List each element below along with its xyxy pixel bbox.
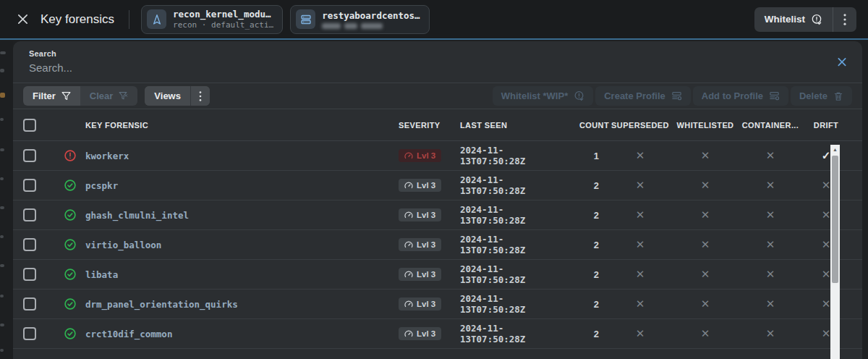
table-toolbar: Filter Clear Views Whitelist *WIP* bbox=[13, 83, 862, 109]
cell-container: ✕ bbox=[739, 238, 801, 251]
background-page-fragment bbox=[0, 93, 5, 98]
row-checkbox[interactable] bbox=[23, 238, 36, 251]
cell-drift: ✕ bbox=[801, 179, 851, 192]
add-to-profile-button[interactable]: Add to Profile bbox=[693, 86, 788, 106]
severity-badge: Lvl 3 bbox=[399, 268, 441, 281]
badge-alert-icon bbox=[811, 14, 822, 25]
cell-drift: ✕ bbox=[801, 238, 851, 251]
cell-container: ✕ bbox=[739, 179, 801, 192]
clear-filter-label: Clear bbox=[90, 90, 114, 101]
cell-superseded: ✕ bbox=[609, 327, 671, 340]
delete-button[interactable]: Delete bbox=[791, 86, 852, 106]
row-checkbox[interactable] bbox=[23, 297, 36, 311]
row-status bbox=[64, 179, 77, 192]
row-name-link[interactable]: virtio_balloon bbox=[85, 240, 161, 250]
chip-title: restyaboardcentos… bbox=[322, 10, 420, 21]
cell-superseded: ✕ bbox=[609, 297, 671, 311]
cell-container: ✕ bbox=[739, 208, 801, 221]
column-header-superseded[interactable]: SUPERSEDED bbox=[609, 121, 671, 130]
row-status bbox=[64, 238, 77, 251]
row-name-link[interactable]: libata bbox=[85, 269, 118, 280]
count: 2 bbox=[563, 240, 609, 250]
row-name-link[interactable]: ghash_clmulni_intel bbox=[85, 210, 189, 221]
cell-superseded: ✕ bbox=[609, 208, 671, 221]
gauge-icon bbox=[404, 181, 413, 190]
column-header-severity[interactable]: SEVERITY bbox=[399, 121, 460, 130]
filter-button[interactable]: Filter bbox=[23, 86, 80, 106]
column-header-drift[interactable]: DRIFT bbox=[801, 121, 851, 130]
kebab-icon bbox=[843, 14, 846, 25]
search-input[interactable] bbox=[29, 62, 765, 74]
row-checkbox[interactable] bbox=[23, 149, 36, 162]
add-to-profile-label: Add to Profile bbox=[702, 90, 763, 101]
severity-label: Lvl 3 bbox=[417, 151, 435, 160]
column-header-key-forensic[interactable]: KEY FORENSIC bbox=[85, 121, 399, 130]
table-row: drm_panel_orientation_quirks Lvl 3 2024-… bbox=[13, 290, 862, 319]
column-header-container[interactable]: CONTAINER... bbox=[739, 121, 801, 130]
row-status bbox=[64, 297, 77, 311]
gauge-icon bbox=[404, 240, 413, 249]
row-name-link[interactable]: pcspkr bbox=[85, 180, 118, 191]
cell-superseded: ✕ bbox=[609, 179, 671, 192]
gauge-icon bbox=[404, 211, 413, 219]
select-all-checkbox[interactable] bbox=[23, 119, 36, 132]
cell-drift: ✕ bbox=[801, 208, 851, 221]
scrollbar-up-arrow-icon[interactable]: ▲ bbox=[830, 145, 840, 154]
last-seen: 2024-11-13T07:50:28Z bbox=[460, 263, 563, 285]
cell-container: ✕ bbox=[739, 268, 801, 281]
row-status bbox=[64, 208, 77, 221]
title-divider bbox=[129, 10, 129, 29]
severity-label: Lvl 3 bbox=[417, 181, 435, 190]
views-button-group: Views bbox=[145, 86, 210, 106]
clear-search-button[interactable] bbox=[836, 56, 848, 69]
chip-host[interactable]: restyaboardcentos… bbox=[290, 5, 429, 34]
cell-whitelisted: ✕ bbox=[671, 268, 739, 281]
header-kebab-menu-button[interactable] bbox=[833, 7, 856, 32]
status-ok-icon bbox=[64, 179, 77, 192]
status-alert-icon bbox=[64, 149, 77, 162]
row-checkbox[interactable] bbox=[23, 208, 36, 221]
gauge-icon bbox=[404, 329, 413, 338]
row-status bbox=[64, 149, 77, 162]
whitelist-button-group: Whitelist bbox=[754, 7, 856, 32]
create-profile-button[interactable]: Create Profile bbox=[595, 86, 691, 106]
count: 2 bbox=[563, 299, 609, 310]
whitelist-button[interactable]: Whitelist bbox=[754, 7, 833, 32]
search-label: Search bbox=[29, 49, 846, 58]
chip-subtitle: recon · default_acti… bbox=[173, 20, 273, 30]
profile-icon bbox=[671, 90, 682, 101]
status-ok-icon bbox=[64, 327, 77, 340]
background-page-strip bbox=[0, 41, 13, 359]
row-checkbox[interactable] bbox=[23, 268, 36, 281]
column-header-whitelisted[interactable]: WHITELISTED bbox=[671, 121, 739, 130]
row-name-link[interactable]: drm_panel_orientation_quirks bbox=[85, 299, 238, 310]
kebab-icon bbox=[199, 91, 202, 101]
row-name-link[interactable]: crct10dif_common bbox=[85, 329, 172, 339]
scrollbar-thumb[interactable] bbox=[832, 156, 838, 283]
status-ok-icon bbox=[64, 297, 77, 311]
background-page-fragment bbox=[0, 206, 4, 209]
vertical-scrollbar[interactable]: ▲ bbox=[830, 145, 840, 359]
whitelist-button-label: Whitelist bbox=[765, 14, 805, 25]
bulk-whitelist-label: Whitelist *WIP* bbox=[501, 90, 568, 101]
views-button[interactable]: Views bbox=[145, 86, 190, 106]
column-header-count[interactable]: COUNT bbox=[563, 121, 609, 130]
trash-icon bbox=[833, 91, 843, 101]
chip-title: recon_kernel_modu… bbox=[173, 9, 273, 20]
navigation-icon bbox=[147, 9, 166, 29]
cell-whitelisted: ✕ bbox=[671, 149, 739, 162]
row-name-link[interactable]: kworkerx bbox=[85, 151, 129, 161]
clear-filter-button[interactable]: Clear bbox=[80, 86, 138, 106]
row-checkbox[interactable] bbox=[23, 327, 36, 340]
gauge-icon bbox=[404, 300, 413, 308]
views-kebab-menu-button[interactable] bbox=[191, 86, 210, 106]
last-seen: 2024-11-13T07:50:28Z bbox=[460, 204, 563, 226]
close-button[interactable] bbox=[12, 9, 33, 30]
chip-recon-module[interactable]: recon_kernel_modu… recon · default_acti… bbox=[141, 5, 283, 34]
severity-label: Lvl 3 bbox=[417, 211, 435, 219]
background-page-fragment bbox=[0, 235, 4, 238]
search-section: Search bbox=[13, 41, 862, 83]
bulk-whitelist-button[interactable]: Whitelist *WIP* bbox=[493, 86, 593, 106]
row-checkbox[interactable] bbox=[23, 179, 36, 192]
column-header-last-seen[interactable]: LAST SEEN bbox=[460, 121, 563, 130]
